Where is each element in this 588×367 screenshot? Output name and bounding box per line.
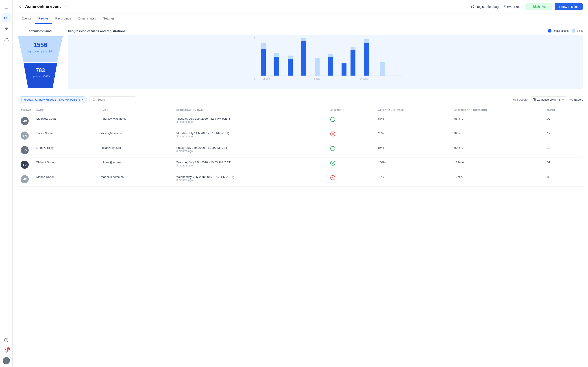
legend-dot-visits: [572, 29, 575, 33]
x-label-3: 26 janv: [360, 77, 368, 80]
cell-email: marine@acme.co: [98, 172, 174, 187]
attended-no-icon: [330, 175, 335, 180]
sidebar-icon-notifications[interactable]: 1: [2, 346, 11, 355]
table-header-row: AVATAR NAME EMAIL REGISTRATION DATE ATTE…: [18, 106, 583, 114]
bar-reg-1: [261, 49, 266, 76]
bar-vis-4: [301, 38, 306, 41]
search-input[interactable]: [97, 98, 133, 101]
event-room-link[interactable]: Event room: [503, 5, 523, 8]
person-avatar: SN: [21, 132, 29, 140]
tab-people[interactable]: People: [35, 13, 52, 24]
cell-email: matthiew@acme.co: [98, 114, 174, 128]
cell-reg-date: Friday, July 14th 2020 - 11:39 AM (CET) …: [174, 143, 328, 158]
person-avatar: TD: [21, 161, 29, 169]
table-row[interactable]: SN Sarah Noman sarah@acme.co Monday, Jul…: [18, 128, 583, 143]
table-row[interactable]: MR Marine Ranel marine@acme.co Wednesday…: [18, 172, 583, 187]
legend-visits: visits: [572, 29, 583, 33]
reg-date-main: Tuesday, July 17th 2020 - 10:03 AM (CET): [177, 161, 325, 164]
cell-reg-date: Monday, July 11th 2020 - 5:18 PM (CET) 3…: [174, 128, 328, 143]
cell-rate: 100%: [375, 158, 452, 172]
funnel-section: Attendees funnel 1556 registration page …: [18, 29, 63, 89]
registration-page-link[interactable]: Registration page: [471, 5, 500, 8]
reg-date-ago: 3 months ago: [177, 164, 325, 167]
funnel-title: Attendees funnel: [18, 29, 63, 33]
bar-reg-8: [350, 50, 355, 76]
table-row[interactable]: MC Matthiew Cogan matthiew@acme.co Tuesd…: [18, 114, 583, 128]
svg-line-9: [472, 5, 474, 7]
date-filter-chip[interactable]: Thursday, January 7h 2021 - 8:00 AM (CES…: [18, 96, 87, 103]
user-avatar[interactable]: [3, 357, 10, 364]
person-avatar: MR: [21, 175, 29, 183]
cell-duration: 32min.: [452, 128, 545, 143]
cell-name: Marine Ranel: [34, 172, 98, 187]
bar-reg-4: [301, 41, 306, 76]
attended-yes-icon: [330, 146, 335, 151]
bar-reg-9: [364, 43, 369, 76]
person-avatar: LO: [21, 146, 29, 154]
cell-email: linda@acme.co: [98, 143, 174, 158]
people-count: 673 people: [513, 98, 528, 101]
svg-text:0: 0: [254, 77, 256, 80]
cell-numb: 12: [544, 128, 583, 143]
col-avatar: AVATAR: [18, 106, 34, 114]
col-attendance-rate: ATTENDANCE RATE: [375, 106, 452, 114]
table-row[interactable]: TD Thibaut Dupont thibaut@acme.co Tuesda…: [18, 158, 583, 172]
people-table-wrapper: AVATAR NAME EMAIL REGISTRATION DATE ATTE…: [18, 106, 583, 187]
more-options-button[interactable]: ···: [63, 4, 68, 9]
cell-attended: [328, 172, 375, 187]
bar-vis-10: [380, 62, 385, 76]
svg-rect-16: [533, 98, 534, 101]
columns-button[interactable]: 10 active columns: [530, 96, 567, 103]
tab-events[interactable]: Events: [18, 13, 35, 24]
export-icon: [570, 98, 573, 101]
funnel-bottom-number: 783: [36, 67, 45, 73]
tabs-bar: Events People Recordings Email invites S…: [13, 13, 588, 24]
bar-vis-3: [288, 56, 293, 59]
col-email: EMAIL: [98, 106, 174, 114]
cell-duration: 129min.: [452, 158, 545, 172]
svg-line-10: [504, 5, 505, 7]
attended-no-icon: [330, 132, 335, 136]
sidebar-icon-menu[interactable]: [2, 3, 11, 12]
cell-avatar: LO: [18, 143, 34, 158]
svg-point-5: [5, 38, 7, 39]
new-session-button[interactable]: + new session: [554, 3, 583, 10]
table-toolbar: Thursday, January 7h 2021 - 8:00 AM (CES…: [18, 96, 583, 103]
search-box[interactable]: [89, 96, 136, 103]
cell-numb: 09: [544, 114, 583, 128]
cell-rate: 72%: [375, 172, 452, 187]
tab-settings[interactable]: Settings: [100, 13, 118, 24]
back-button[interactable]: [18, 4, 22, 9]
cell-avatar: TD: [18, 158, 34, 172]
filter-chip-close[interactable]: ✕: [81, 98, 84, 101]
bar-vis-6: [328, 54, 333, 57]
cell-name: Thibaut Dupont: [34, 158, 98, 172]
people-table: AVATAR NAME EMAIL REGISTRATION DATE ATTE…: [18, 106, 583, 187]
bar-reg-5: [315, 61, 320, 76]
cell-rate: 87%: [375, 114, 452, 128]
content-area: Attendees funnel 1556 registration page …: [13, 24, 588, 367]
reg-date-ago: 3 months ago: [177, 135, 325, 138]
cell-duration: 90min.: [452, 143, 545, 158]
cell-numb: 18: [544, 143, 583, 158]
table-section: Thursday, January 7h 2021 - 8:00 AM (CES…: [18, 96, 583, 187]
header: Acme online event ··· Registration page …: [13, 0, 588, 13]
chart-title: Progression of visits and registrations: [68, 29, 126, 33]
cell-attended: [328, 114, 375, 128]
tab-email-invites[interactable]: Email invites: [75, 13, 100, 24]
main-content: Acme online event ··· Registration page …: [13, 0, 588, 367]
sidebar-icon-broadcast[interactable]: [2, 13, 11, 22]
export-button[interactable]: Export: [570, 98, 583, 101]
cell-email: sarah@acme.co: [98, 128, 174, 143]
cell-avatar: SN: [18, 128, 34, 143]
svg-text:2: 2: [254, 37, 256, 40]
sidebar-icon-lightning[interactable]: [2, 24, 11, 33]
sidebar-icon-people[interactable]: [2, 35, 11, 44]
sidebar-icon-help[interactable]: [2, 336, 11, 345]
bar-reg-3: [288, 59, 293, 76]
tab-recordings[interactable]: Recordings: [51, 13, 75, 24]
cell-numb: 01: [544, 158, 583, 172]
funnel-top-label: registration page visits: [27, 50, 54, 53]
table-row[interactable]: LO Linda O'Riley linda@acme.co Friday, J…: [18, 143, 583, 158]
publish-button[interactable]: Publish event: [525, 3, 552, 10]
